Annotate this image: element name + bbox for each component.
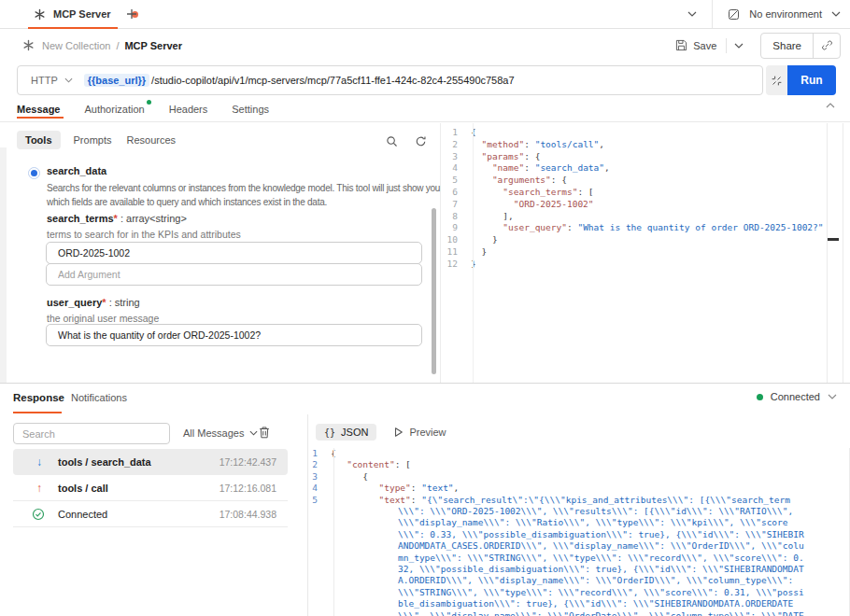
tab-headers[interactable]: Headers (169, 104, 208, 115)
tool-name[interactable]: search_data (47, 165, 106, 176)
method-chevron-icon (64, 77, 73, 83)
add-argument-input[interactable] (46, 263, 422, 286)
connected-status-label: Connected (771, 391, 820, 402)
search-icon[interactable] (386, 135, 398, 147)
tab-tools[interactable]: Tools (17, 131, 61, 149)
tool-description: Searchs for the relevant columns or inst… (47, 181, 443, 209)
url-input[interactable]: {{base_url}} /studio-copilot/api/v1/mcp-… (84, 74, 515, 87)
editor-gutter-divider (473, 123, 474, 383)
mcp-logo-icon (34, 8, 46, 21)
tab-authorization[interactable]: Authorization (84, 104, 144, 115)
breadcrumb-separator: / (116, 40, 119, 51)
connected-status-dot (757, 394, 763, 400)
left-edge-rail (0, 147, 7, 383)
connection-status-dropdown[interactable]: Connected (757, 391, 837, 402)
environment-chevron-icon[interactable] (831, 11, 841, 17)
arrow-down-icon: ↓ (32, 455, 47, 469)
copy-link-button[interactable] (814, 34, 840, 58)
message-row-tools-call[interactable]: ↑ tools / call 17:12:16.081 (13, 475, 288, 501)
response-viewer-panel: {} JSON Preview 1{2 "content": [3 {4 "ty… (308, 414, 850, 616)
status-chevron-icon (828, 394, 837, 399)
search-terms-input[interactable] (46, 242, 422, 264)
tab-bar: MCP Server No environment (0, 0, 850, 29)
breadcrumb: New Collection / MCP Server Save Share (0, 29, 850, 62)
request-section-tabs: Message Authorization Headers Settings (0, 97, 850, 122)
authorization-status-dot (147, 100, 151, 105)
app-window: MCP Server No environment New Collection (0, 0, 850, 616)
tool-radio-selected[interactable] (28, 167, 40, 179)
check-circle-icon (32, 508, 47, 521)
editor-right-border (843, 123, 843, 383)
play-outline-icon (393, 427, 404, 438)
active-response-tab-underline (13, 412, 62, 413)
environment-selector[interactable]: No environment (749, 8, 822, 20)
message-label: Connected (58, 509, 107, 520)
link-icon (821, 39, 833, 51)
refresh-icon[interactable] (415, 135, 427, 147)
trash-icon[interactable] (258, 426, 271, 440)
disconnect-icon (771, 75, 783, 87)
message-label: tools / search_data (58, 456, 151, 468)
tool-panel: Tools Prompts Resources search_data Sear… (0, 123, 441, 383)
request-tab-title: MCP Server (53, 8, 111, 20)
save-divider (726, 38, 727, 53)
editor-scroll-marker[interactable] (828, 238, 839, 241)
message-row-tools-search-data[interactable]: ↓ tools / search_data 17:12:42.437 (13, 449, 288, 475)
user-query-input[interactable] (46, 324, 422, 346)
tab-response[interactable]: Response (13, 392, 64, 403)
messages-search-input[interactable] (13, 423, 170, 444)
run-button[interactable]: Run (787, 65, 836, 95)
breadcrumb-collection[interactable]: New Collection (42, 40, 110, 51)
field-label-search-terms: search_terms* : array<string> (47, 213, 187, 224)
no-environment-icon (728, 8, 740, 21)
new-tab-button[interactable] (125, 7, 138, 21)
message-row-connected[interactable]: Connected 17:08:44.938 (13, 501, 288, 527)
tab-options-chevron-icon[interactable] (687, 11, 697, 17)
response-panel: Response Notifications Connected All Mes… (0, 383, 850, 616)
tool-panel-scrollbar[interactable] (432, 208, 436, 374)
url-path: /studio-copilot/api/v1/mcp-servers/mcp/7… (151, 75, 514, 86)
editor-overview-ruler (827, 123, 828, 383)
arrow-up-icon: ↑ (32, 482, 47, 495)
message-label: tools / call (58, 483, 108, 494)
message-time: 17:08:44.938 (220, 509, 276, 520)
topbar-divider (712, 0, 713, 28)
message-time: 17:12:16.081 (220, 483, 276, 494)
method-label: HTTP (31, 75, 58, 86)
save-options-chevron-icon[interactable] (729, 39, 749, 52)
save-label: Save (693, 40, 716, 51)
breadcrumb-request-name[interactable]: MCP Server (124, 40, 182, 51)
view-json-button[interactable]: {} JSON (316, 424, 376, 441)
tab-message[interactable]: Message (17, 104, 60, 115)
share-button[interactable]: Share (761, 34, 813, 58)
messages-sidebar: All Messages ↓ tools / search_data 17:12… (0, 414, 308, 616)
messages-list: ↓ tools / search_data 17:12:42.437 ↑ too… (13, 449, 288, 527)
field-label-user-query: user_query* : string (47, 297, 140, 308)
url-bar[interactable]: HTTP {{base_url}} /studio-copilot/api/v1… (17, 65, 763, 95)
field-help-user-query: the original user message (47, 313, 159, 324)
viewer-gutter-divider (333, 448, 334, 616)
method-selector[interactable]: HTTP (18, 75, 84, 86)
messages-filter-dropdown[interactable]: All Messages (183, 427, 258, 439)
field-help-search-terms: terms to search for in the KPIs and attr… (47, 229, 241, 240)
braces-icon: {} (324, 427, 335, 438)
tab-notifications[interactable]: Notifications (71, 392, 127, 403)
base-url-variable[interactable]: {{base_url}} (84, 74, 149, 87)
view-preview-button[interactable]: Preview (393, 427, 446, 438)
message-time: 17:12:42.437 (220, 456, 276, 468)
tab-resources[interactable]: Resources (124, 131, 177, 149)
tab-settings[interactable]: Settings (232, 104, 269, 115)
disconnect-button[interactable] (766, 65, 787, 95)
collapse-panel-chevron-icon[interactable] (826, 103, 835, 108)
tab-prompts[interactable]: Prompts (72, 131, 114, 149)
save-icon (675, 39, 687, 51)
request-editor-code[interactable]: 1{2 "method": "tools/call",3 "params": {… (441, 123, 827, 383)
active-request-tab-underline (17, 117, 64, 119)
mcp-logo-icon (22, 39, 35, 51)
save-button[interactable]: Save (668, 35, 724, 55)
response-viewer-code[interactable]: 1{2 "content": [3 {4 "type": "text",5 "t… (308, 448, 844, 616)
